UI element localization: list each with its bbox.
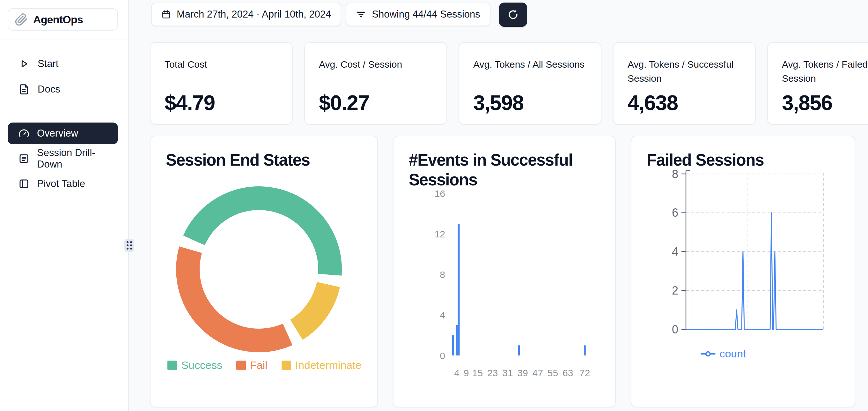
y-tick-label: 0 [672,323,678,336]
sessions-filter-button[interactable]: Showing 44/44 Sessions [346,3,491,26]
count-legend-label: count [719,348,746,360]
legend-label: Fail [250,359,268,372]
play-icon [19,58,29,69]
legend-swatch [236,360,246,370]
stat-value: 3,598 [473,91,587,115]
bar-x72[interactable] [584,345,586,355]
stat-card-total-cost: Total Cost$4.79 [150,42,293,125]
calendar-icon [161,9,171,19]
legend-label: Success [181,359,222,372]
y-tick-label: 4 [672,245,678,258]
date-range-button[interactable]: March 27th, 2024 - April 10th, 2024 [151,3,341,26]
events-histogram-card: #Events in Successful Sessions 048121649… [393,136,616,408]
legend-label: Indeterminate [295,359,362,372]
sidebar-item-label: Pivot Table [37,178,85,189]
x-tick-label: 9 [464,368,469,378]
sidebar-item-label: Docs [38,84,60,95]
x-tick-label: 31 [502,368,513,378]
stat-card-avg-cost-session: Avg. Cost / Session$0.27 [304,42,447,125]
sessions-filter-label: Showing 44/44 Sessions [372,9,480,20]
y-tick-label: 16 [435,188,445,199]
sidebar: AgentOps StartDocs OverviewSession Drill… [0,0,129,411]
y-tick-label: 12 [435,229,445,239]
sidebar-item-label: Session Drill-Down [37,147,118,170]
bar-x37[interactable] [518,345,520,355]
refresh-button[interactable] [499,3,527,27]
stat-label: Avg. Tokens / All Sessions [473,57,587,87]
sidebar-item-pivot-table[interactable]: Pivot Table [8,173,118,195]
x-tick-label: 72 [580,368,590,378]
toolbar: March 27th, 2024 - April 10th, 2024 Show… [151,3,527,27]
x-tick-label: 39 [517,368,528,378]
bar-x4[interactable] [456,325,458,355]
stat-value: 4,638 [627,91,741,115]
failed-sessions-chart: 02468 [631,136,855,407]
y-tick-label: 8 [672,168,678,181]
y-tick-label: 6 [672,206,678,219]
refresh-icon [507,9,519,21]
sidebar-resize-handle[interactable] [124,239,134,252]
x-tick-label: 55 [548,368,558,378]
x-tick-label: 47 [532,368,543,378]
list-icon [19,153,29,164]
brand-name: AgentOps [33,13,83,26]
sidebar-divider-top [0,39,129,40]
donut-segment-fail[interactable] [176,246,292,352]
stat-label: Total Cost [164,57,278,87]
filter-icon [356,9,366,20]
y-tick-label: 8 [440,269,445,280]
y-tick-label: 4 [440,310,445,320]
donut-legend: SuccessFailIndeterminate [151,359,378,372]
paperclip-icon [15,13,28,26]
legend-item-fail[interactable]: Fail [236,359,268,372]
document-icon [19,84,29,95]
bar-x5[interactable] [458,224,460,355]
count-line [686,213,824,329]
sidebar-divider-mid [0,111,129,111]
stat-label: Avg. Tokens / Successful Session [627,57,741,87]
y-tick-label: 2 [672,284,678,297]
legend-swatch [282,360,291,370]
chart-cards-row: Session End States SuccessFailIndetermin… [150,136,855,408]
stat-card-avg-tokens-failed-session: Avg. Tokens / Failed Session3,856 [767,42,868,125]
stat-value: $4.79 [164,91,278,115]
stat-card-avg-tokens-successful-session: Avg. Tokens / Successful Session4,638 [613,42,756,125]
line-marker-icon [700,350,716,357]
donut-segment-indeterminate[interactable] [290,282,340,340]
stat-value: $0.27 [319,91,432,115]
sidebar-item-start[interactable]: Start [0,51,129,77]
stat-value: 3,856 [782,91,868,115]
failed-sessions-card: Failed Sessions 02468 count [631,136,855,408]
donut-segment-success[interactable] [183,186,342,276]
session-end-states-card: Session End States SuccessFailIndetermin… [150,136,378,408]
sidebar-item-overview[interactable]: Overview [8,122,118,144]
sidebar-item-label: Start [38,58,58,69]
main-content: March 27th, 2024 - April 10th, 2024 Show… [129,0,868,411]
bar-x2[interactable] [452,335,454,355]
sidebar-secondary: OverviewSession Drill-DownPivot Table [8,122,118,198]
panel-icon [19,178,29,189]
x-tick-label: 23 [487,368,498,378]
stat-label: Avg. Cost / Session [319,57,432,87]
x-tick-label: 4 [454,368,460,378]
legend-item-indeterminate[interactable]: Indeterminate [282,359,362,372]
stat-label: Avg. Tokens / Failed Session [782,57,868,87]
x-tick-label: 63 [562,368,573,378]
gauge-icon [19,128,29,139]
stat-cards-row: Total Cost$4.79Avg. Cost / Session$0.27A… [150,42,855,125]
sidebar-item-docs[interactable]: Docs [0,77,129,102]
sidebar-primary: StartDocs [0,51,129,102]
count-legend[interactable]: count [700,348,746,360]
events-histogram-chart: 0481216491523313947556372 [394,136,616,407]
stat-card-avg-tokens-all-sessions: Avg. Tokens / All Sessions3,598 [459,42,601,125]
legend-swatch [167,360,177,370]
sidebar-item-session-drill-down[interactable]: Session Drill-Down [8,148,118,170]
sidebar-item-label: Overview [37,128,78,139]
legend-item-success[interactable]: Success [167,359,222,372]
brand-logo[interactable]: AgentOps [8,8,118,31]
y-tick-label: 0 [440,350,445,361]
x-tick-label: 15 [472,368,483,378]
date-range-label: March 27th, 2024 - April 10th, 2024 [177,9,331,20]
